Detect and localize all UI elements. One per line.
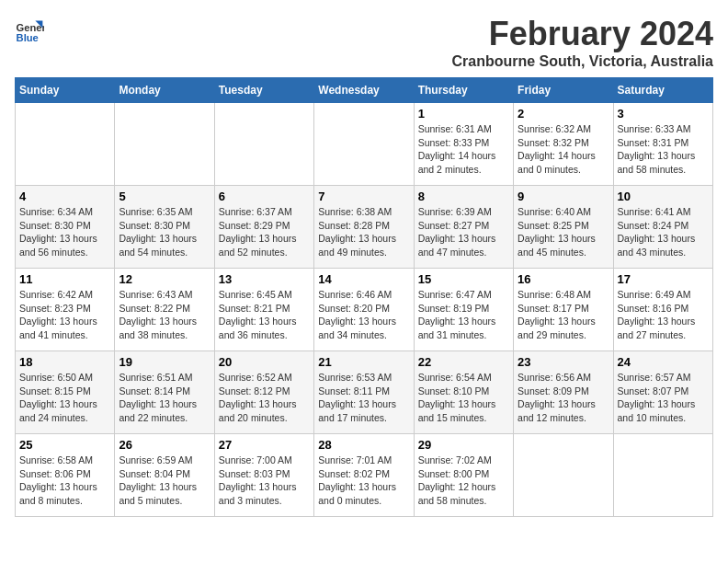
- calendar-header-monday: Monday: [115, 78, 214, 103]
- day-info: Sunrise: 6:31 AM Sunset: 8:33 PM Dayligh…: [418, 122, 509, 177]
- calendar-week-row: 4Sunrise: 6:34 AM Sunset: 8:30 PM Daylig…: [16, 186, 713, 269]
- day-info: Sunrise: 7:00 AM Sunset: 8:03 PM Dayligh…: [219, 454, 310, 508]
- calendar-cell: 19Sunrise: 6:51 AM Sunset: 8:14 PM Dayli…: [115, 351, 214, 434]
- calendar-cell: 29Sunrise: 7:02 AM Sunset: 8:00 PM Dayli…: [414, 434, 513, 517]
- day-number: 24: [618, 355, 709, 369]
- day-number: 12: [119, 272, 210, 286]
- day-info: Sunrise: 6:40 AM Sunset: 8:25 PM Dayligh…: [518, 205, 609, 259]
- day-info: Sunrise: 6:52 AM Sunset: 8:12 PM Dayligh…: [219, 371, 310, 425]
- day-info: Sunrise: 6:34 AM Sunset: 8:30 PM Dayligh…: [19, 205, 110, 259]
- day-number: 1: [418, 107, 509, 121]
- day-info: Sunrise: 6:50 AM Sunset: 8:15 PM Dayligh…: [19, 371, 110, 425]
- day-number: 3: [618, 107, 709, 121]
- day-number: 5: [119, 190, 210, 203]
- calendar-cell: 9Sunrise: 6:40 AM Sunset: 8:25 PM Daylig…: [514, 186, 613, 269]
- day-info: Sunrise: 6:56 AM Sunset: 8:09 PM Dayligh…: [518, 371, 609, 425]
- day-info: Sunrise: 6:59 AM Sunset: 8:04 PM Dayligh…: [119, 454, 210, 508]
- day-number: 10: [618, 190, 709, 203]
- day-number: 25: [19, 438, 110, 452]
- calendar-cell: [214, 103, 313, 186]
- svg-text:Blue: Blue: [17, 32, 39, 43]
- day-info: Sunrise: 6:42 AM Sunset: 8:23 PM Dayligh…: [19, 288, 110, 342]
- calendar-cell: 16Sunrise: 6:48 AM Sunset: 8:17 PM Dayli…: [514, 269, 613, 351]
- calendar-cell: 6Sunrise: 6:37 AM Sunset: 8:29 PM Daylig…: [214, 186, 313, 269]
- calendar-cell: 28Sunrise: 7:01 AM Sunset: 8:02 PM Dayli…: [314, 434, 414, 517]
- day-number: 13: [219, 272, 310, 286]
- calendar-cell: 1Sunrise: 6:31 AM Sunset: 8:33 PM Daylig…: [414, 103, 513, 186]
- calendar-cell: [314, 103, 414, 186]
- calendar-cell: 26Sunrise: 6:59 AM Sunset: 8:04 PM Dayli…: [115, 434, 214, 517]
- day-info: Sunrise: 6:54 AM Sunset: 8:10 PM Dayligh…: [418, 371, 509, 425]
- day-info: Sunrise: 6:58 AM Sunset: 8:06 PM Dayligh…: [19, 454, 110, 508]
- calendar-cell: 27Sunrise: 7:00 AM Sunset: 8:03 PM Dayli…: [214, 434, 313, 517]
- day-number: 22: [418, 355, 509, 369]
- day-number: 21: [318, 355, 409, 369]
- day-number: 7: [318, 190, 409, 203]
- calendar-cell: 12Sunrise: 6:43 AM Sunset: 8:22 PM Dayli…: [115, 269, 214, 351]
- day-number: 11: [19, 272, 110, 286]
- calendar-header-row: SundayMondayTuesdayWednesdayThursdayFrid…: [16, 78, 713, 103]
- calendar-table: SundayMondayTuesdayWednesdayThursdayFrid…: [15, 77, 713, 517]
- day-number: 2: [518, 107, 609, 121]
- calendar-cell: 15Sunrise: 6:47 AM Sunset: 8:19 PM Dayli…: [414, 269, 513, 351]
- day-info: Sunrise: 6:47 AM Sunset: 8:19 PM Dayligh…: [418, 288, 509, 342]
- calendar-cell: 5Sunrise: 6:35 AM Sunset: 8:30 PM Daylig…: [115, 186, 214, 269]
- day-number: 4: [19, 190, 110, 203]
- calendar-header-saturday: Saturday: [613, 78, 712, 103]
- day-number: 19: [119, 355, 210, 369]
- calendar-header-thursday: Thursday: [414, 78, 513, 103]
- calendar-cell: [16, 103, 115, 186]
- calendar-cell: 7Sunrise: 6:38 AM Sunset: 8:28 PM Daylig…: [314, 186, 414, 269]
- calendar-cell: [115, 103, 214, 186]
- day-info: Sunrise: 6:33 AM Sunset: 8:31 PM Dayligh…: [618, 122, 709, 177]
- day-number: 29: [418, 438, 509, 452]
- calendar-week-row: 1Sunrise: 6:31 AM Sunset: 8:33 PM Daylig…: [16, 103, 713, 186]
- calendar-cell: [514, 434, 613, 517]
- day-info: Sunrise: 6:57 AM Sunset: 8:07 PM Dayligh…: [618, 371, 709, 425]
- logo-icon: General Blue: [15, 15, 44, 44]
- calendar-cell: 22Sunrise: 6:54 AM Sunset: 8:10 PM Dayli…: [414, 351, 513, 434]
- day-number: 9: [518, 190, 609, 203]
- day-info: Sunrise: 6:48 AM Sunset: 8:17 PM Dayligh…: [518, 288, 609, 342]
- calendar-cell: 17Sunrise: 6:49 AM Sunset: 8:16 PM Dayli…: [613, 269, 712, 351]
- day-info: Sunrise: 6:53 AM Sunset: 8:11 PM Dayligh…: [318, 371, 409, 425]
- page-title: February 2024: [452, 15, 714, 53]
- page-subtitle: Cranbourne South, Victoria, Australia: [452, 53, 714, 70]
- day-number: 17: [618, 272, 709, 286]
- calendar-cell: 21Sunrise: 6:53 AM Sunset: 8:11 PM Dayli…: [314, 351, 414, 434]
- day-info: Sunrise: 6:49 AM Sunset: 8:16 PM Dayligh…: [618, 288, 709, 342]
- calendar-cell: 23Sunrise: 6:56 AM Sunset: 8:09 PM Dayli…: [514, 351, 613, 434]
- calendar-cell: 18Sunrise: 6:50 AM Sunset: 8:15 PM Dayli…: [16, 351, 115, 434]
- day-info: Sunrise: 6:32 AM Sunset: 8:32 PM Dayligh…: [518, 122, 609, 177]
- day-info: Sunrise: 6:38 AM Sunset: 8:28 PM Dayligh…: [318, 205, 409, 259]
- day-info: Sunrise: 6:41 AM Sunset: 8:24 PM Dayligh…: [618, 205, 709, 259]
- day-number: 23: [518, 355, 609, 369]
- page-header: General Blue February 2024 Cranbourne So…: [15, 15, 713, 70]
- day-info: Sunrise: 6:35 AM Sunset: 8:30 PM Dayligh…: [119, 205, 210, 259]
- calendar-header-sunday: Sunday: [16, 78, 115, 103]
- day-number: 18: [19, 355, 110, 369]
- calendar-week-row: 25Sunrise: 6:58 AM Sunset: 8:06 PM Dayli…: [16, 434, 713, 517]
- day-number: 26: [119, 438, 210, 452]
- title-area: February 2024 Cranbourne South, Victoria…: [452, 15, 714, 70]
- logo: General Blue: [15, 15, 44, 44]
- day-info: Sunrise: 6:37 AM Sunset: 8:29 PM Dayligh…: [219, 205, 310, 259]
- calendar-cell: 11Sunrise: 6:42 AM Sunset: 8:23 PM Dayli…: [16, 269, 115, 351]
- day-number: 8: [418, 190, 509, 203]
- day-info: Sunrise: 7:01 AM Sunset: 8:02 PM Dayligh…: [318, 454, 409, 508]
- day-info: Sunrise: 7:02 AM Sunset: 8:00 PM Dayligh…: [418, 454, 509, 508]
- day-info: Sunrise: 6:45 AM Sunset: 8:21 PM Dayligh…: [219, 288, 310, 342]
- day-number: 16: [518, 272, 609, 286]
- calendar-week-row: 18Sunrise: 6:50 AM Sunset: 8:15 PM Dayli…: [16, 351, 713, 434]
- calendar-cell: 3Sunrise: 6:33 AM Sunset: 8:31 PM Daylig…: [613, 103, 712, 186]
- day-number: 15: [418, 272, 509, 286]
- day-number: 28: [318, 438, 409, 452]
- calendar-week-row: 11Sunrise: 6:42 AM Sunset: 8:23 PM Dayli…: [16, 269, 713, 351]
- calendar-cell: 10Sunrise: 6:41 AM Sunset: 8:24 PM Dayli…: [613, 186, 712, 269]
- calendar-header-wednesday: Wednesday: [314, 78, 414, 103]
- calendar-cell: 14Sunrise: 6:46 AM Sunset: 8:20 PM Dayli…: [314, 269, 414, 351]
- calendar-header-tuesday: Tuesday: [214, 78, 313, 103]
- day-info: Sunrise: 6:51 AM Sunset: 8:14 PM Dayligh…: [119, 371, 210, 425]
- calendar-cell: 4Sunrise: 6:34 AM Sunset: 8:30 PM Daylig…: [16, 186, 115, 269]
- calendar-cell: [613, 434, 712, 517]
